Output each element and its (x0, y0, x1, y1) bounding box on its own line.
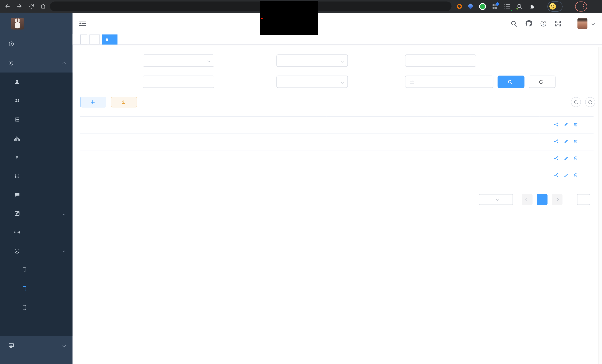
search-button[interactable] (497, 75, 524, 88)
channel-select[interactable] (277, 75, 348, 88)
profile-paused-chip[interactable] (548, 1, 562, 11)
edit-link[interactable] (564, 122, 569, 127)
sidebar-item-department-management[interactable] (0, 129, 73, 148)
export-button[interactable] (111, 97, 137, 107)
github-link[interactable] (525, 20, 532, 27)
extension-list-icon[interactable] (505, 4, 510, 9)
browser-home-button[interactable] (37, 1, 49, 12)
share-icon (554, 173, 558, 177)
cell-actions (539, 167, 593, 184)
refresh-table-button[interactable] (585, 97, 595, 107)
reload-icon (28, 3, 34, 10)
api-template-id-input[interactable] (143, 75, 214, 88)
add-button[interactable] (80, 97, 106, 107)
table-row (80, 167, 593, 184)
sidebar-menu (0, 34, 73, 355)
sidebar-item-role-management[interactable] (0, 91, 73, 110)
extension-y-icon[interactable] (479, 3, 486, 10)
edit-link[interactable] (564, 156, 569, 160)
avatar-caret-icon[interactable] (592, 20, 594, 27)
fullscreen-icon (555, 20, 561, 27)
template-code-input[interactable] (405, 54, 476, 67)
test-link[interactable] (554, 139, 559, 144)
extension-toolbar (457, 1, 587, 11)
table-row (80, 150, 593, 167)
browser-reload-button[interactable] (25, 1, 37, 12)
cell-code (80, 116, 114, 133)
sidebar-item-audit-log[interactable] (0, 204, 73, 223)
sidebar-item-online-users[interactable] (0, 223, 73, 242)
filter-row-2 (80, 75, 594, 88)
home-icon (40, 3, 46, 10)
address-bar[interactable] (50, 1, 451, 11)
show-search-toggle-button[interactable] (571, 97, 581, 107)
trash-icon (574, 156, 578, 160)
tab-sms-template[interactable] (102, 34, 118, 44)
create-time-range-picker[interactable] (405, 75, 494, 88)
prev-page-button[interactable] (522, 194, 533, 205)
sidebar-item-post-management[interactable] (0, 148, 73, 167)
browser-back-button[interactable] (1, 1, 13, 12)
fullscreen-button[interactable] (555, 20, 561, 27)
status-select[interactable] (277, 54, 348, 67)
sidebar-item-system-management[interactable] (0, 53, 73, 73)
cell-code (80, 167, 114, 184)
delete-link[interactable] (574, 173, 579, 177)
cell-content (148, 116, 259, 133)
column-header (360, 112, 428, 116)
sidebar-collapse-button[interactable] (79, 21, 86, 26)
edit-link[interactable] (564, 173, 569, 177)
browser-forward-button[interactable] (13, 1, 25, 12)
sidebar-item-notice[interactable] (0, 185, 73, 204)
github-icon (525, 20, 532, 27)
sidebar-item-sms-template[interactable] (0, 279, 73, 298)
test-link[interactable] (554, 122, 559, 127)
next-page-button[interactable] (552, 194, 562, 205)
sms-type-select[interactable] (143, 54, 214, 67)
phone-icon (22, 286, 27, 291)
page-size-select[interactable] (479, 194, 513, 205)
extension-search-icon[interactable] (517, 3, 523, 9)
header-search-button[interactable] (511, 20, 517, 27)
current-page-button[interactable] (537, 194, 548, 205)
cell-actions (539, 150, 593, 167)
browser-update-button[interactable] (575, 1, 587, 11)
delete-link[interactable] (574, 156, 579, 160)
test-link[interactable] (554, 156, 559, 160)
reset-button[interactable] (529, 75, 556, 88)
sidebar-item-sms-log[interactable] (0, 298, 73, 317)
goto-page-input[interactable] (577, 194, 590, 205)
sidebar-item-menu-management[interactable] (0, 110, 73, 129)
cell-remark (326, 150, 360, 167)
extensions-puzzle-icon[interactable] (529, 3, 535, 9)
tabs-bar (73, 34, 602, 44)
delete-link[interactable] (574, 139, 579, 144)
sms-template-table (80, 112, 593, 184)
user-avatar[interactable] (577, 18, 587, 29)
delete-link[interactable] (574, 122, 579, 127)
trash-icon (574, 139, 578, 144)
sidebar-item-sms-channel[interactable] (0, 260, 73, 279)
sidebar-item-infrastructure[interactable] (0, 336, 73, 355)
extension-donut-icon[interactable] (457, 4, 462, 9)
sidebar-item-home[interactable] (0, 34, 73, 53)
sidebar-item-error-code[interactable] (0, 317, 73, 336)
extension-grid-icon[interactable] (493, 4, 498, 9)
tab-home[interactable] (80, 34, 87, 44)
filter-row-1 (80, 54, 594, 67)
cell-channel (427, 167, 470, 184)
edit-link[interactable] (564, 139, 569, 144)
tab-sms-channel[interactable] (89, 34, 100, 44)
broadcast-icon (14, 229, 20, 235)
refresh-icon (539, 79, 544, 84)
sidebar-item-dict-management[interactable] (0, 166, 73, 185)
cell-type (259, 116, 292, 133)
extension-gem-icon[interactable] (467, 3, 473, 9)
test-link[interactable] (554, 173, 559, 177)
cell-type (259, 133, 292, 150)
sidebar-item-sms-management[interactable] (0, 242, 73, 260)
phone-icon (22, 267, 27, 273)
sidebar-item-user-management[interactable] (0, 73, 73, 92)
page-scrollbar[interactable] (599, 47, 602, 364)
help-button[interactable]: ? (540, 20, 547, 27)
